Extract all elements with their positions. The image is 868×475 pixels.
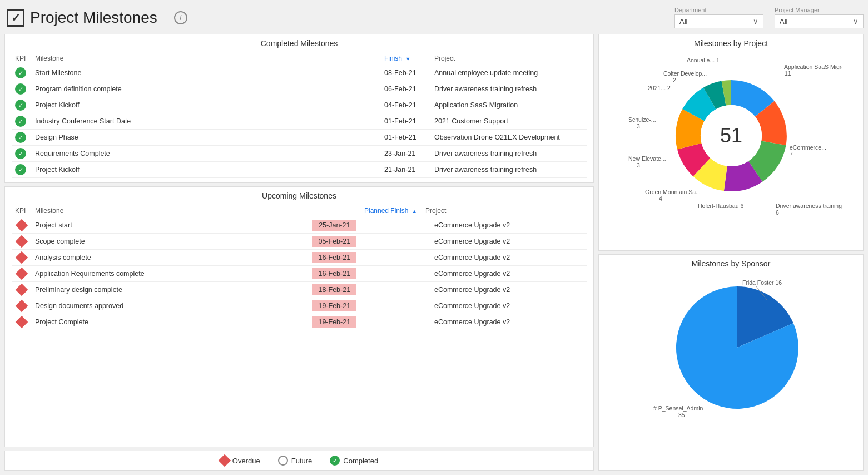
completed-milestone-cell: Project Kickoff: [32, 162, 381, 178]
completed-table-row: ✓ Program definition complete 06-Feb-21 …: [12, 81, 587, 97]
page-header: ✓ Project Milestones i Department All ∨ …: [4, 4, 864, 31]
upcoming-table-row: Project Complete 19-Feb-21 eCommerce Upg…: [12, 314, 587, 330]
completed-milestones-panel: Completed Milestones KPI Milestone Finis…: [4, 34, 594, 183]
upcoming-kpi-cell: [12, 298, 32, 314]
overdue-kpi-icon: [16, 300, 28, 313]
upcoming-col-header-planned-finish[interactable]: Planned Finish ▲: [361, 205, 422, 217]
label-ecommerce-val: 7: [790, 151, 793, 157]
upcoming-project-cell: eCommerce Upgrade v2: [431, 314, 587, 330]
upcoming-milestone-cell: Application Requirements complete: [32, 266, 309, 282]
label-app-saas-val: 11: [785, 70, 791, 77]
upcoming-project-cell: eCommerce Upgrade v2: [431, 298, 587, 314]
main-content: Completed Milestones KPI Milestone Finis…: [4, 34, 864, 471]
info-icon[interactable]: i: [174, 11, 187, 24]
left-column: Completed Milestones KPI Milestone Finis…: [4, 34, 594, 471]
overdue-date-badge: 05-Feb-21: [312, 236, 356, 247]
completed-milestone-cell: Design Phase: [32, 130, 381, 146]
upcoming-planned-finish-cell: 16-Feb-21: [309, 266, 431, 282]
completed-table-row: ✓ Design Phase 01-Feb-21 Observation Dro…: [12, 130, 587, 146]
upcoming-planned-finish-cell: 16-Feb-21: [309, 250, 431, 266]
upcoming-milestones-table: Project start 25-Jan-21 eCommerce Upgrad…: [12, 217, 587, 330]
project-manager-select[interactable]: All ∨: [775, 14, 864, 28]
overdue-date-badge: 18-Feb-21: [312, 284, 356, 295]
completed-table-row: ✓ Requirements Complete 23-Jan-21 Driver…: [12, 146, 587, 162]
page-title: Project Milestones: [30, 9, 157, 27]
upcoming-project-cell: eCommerce Upgrade v2: [431, 234, 587, 250]
legend-bar: Overdue Future ✓ Completed: [4, 451, 594, 471]
completed-kpi-cell: ✓: [12, 113, 32, 130]
upcoming-table-scroll[interactable]: Project start 25-Jan-21 eCommerce Upgrad…: [12, 217, 587, 330]
completed-table-row: ✓ Project Kickoff 04-Feb-21 Application …: [12, 97, 587, 113]
completed-kpi-cell: ✓: [12, 65, 32, 81]
overdue-date-badge: 19-Feb-21: [312, 316, 356, 328]
overdue-date-badge: 16-Feb-21: [312, 268, 356, 279]
upcoming-milestone-cell: Design documents approved: [32, 298, 309, 314]
label-colter-val: 2: [673, 77, 676, 83]
sort-arrow-icon: ▼: [405, 56, 410, 62]
future-legend-label: Future: [291, 457, 313, 465]
label-new-elevate-val: 3: [637, 162, 640, 169]
completed-kpi-cell: ✓: [12, 81, 32, 97]
upcoming-table-row: Application Requirements complete 16-Feb…: [12, 266, 587, 282]
completed-project-cell: Driver awareness training refresh: [431, 146, 587, 162]
header-title-area: ✓ Project Milestones i: [7, 9, 668, 27]
upcoming-planned-finish-cell: 18-Feb-21: [309, 282, 431, 298]
upcoming-milestone-cell: Preliminary design complete: [32, 282, 309, 298]
completed-milestone-cell: Requirements Complete: [32, 146, 381, 162]
future-legend-icon: [278, 456, 288, 466]
donut-chart-container: 51 Application SaaS Migration 11 eCommer…: [606, 52, 856, 230]
department-value: All: [679, 17, 687, 26]
completed-kpi-icon: ✓: [15, 132, 26, 143]
department-label: Department: [674, 7, 763, 13]
label-driver-val: 6: [776, 209, 779, 216]
milestones-by-project-panel: Milestones by Project: [598, 34, 864, 251]
upcoming-col-header-milestone: Milestone: [32, 205, 361, 217]
milestones-by-sponsor-title: Milestones by Sponsor: [606, 259, 856, 268]
pie-label-admin: # P_Sensei_Admin: [653, 405, 703, 412]
legend-future: Future: [278, 456, 313, 466]
department-chevron-icon: ∨: [753, 17, 758, 26]
filters-area: Department All ∨ Project Manager All ∨: [674, 7, 864, 28]
overdue-date-badge: 16-Feb-21: [312, 252, 356, 263]
upcoming-col-header-project: Project: [422, 205, 578, 217]
upcoming-table-row: Scope complete 05-Feb-21 eCommerce Upgra…: [12, 234, 587, 250]
completed-kpi-icon: ✓: [15, 67, 26, 78]
completed-table-row: ✓ Project Kickoff 21-Jan-21 Driver aware…: [12, 162, 587, 178]
completed-finish-cell: 01-Feb-21: [381, 113, 431, 130]
completed-milestone-cell: Start Milestone: [32, 65, 381, 81]
upcoming-table-body: Project start 25-Jan-21 eCommerce Upgrad…: [12, 217, 587, 330]
milestones-by-project-title: Milestones by Project: [606, 39, 856, 48]
upcoming-table-row: Project start 25-Jan-21 eCommerce Upgrad…: [12, 217, 587, 234]
completed-table-row: ✓ Industry Conference Start Date 01-Feb-…: [12, 113, 587, 130]
pie-label-admin-val: 35: [678, 412, 685, 417]
overdue-kpi-icon: [16, 316, 28, 329]
completed-finish-cell: 06-Feb-21: [381, 81, 431, 97]
pie-chart-container: Frida Foster 16 # P_Sensei_Admin 35: [606, 273, 856, 423]
overdue-legend-label: Overdue: [232, 457, 260, 465]
completed-kpi-icon: ✓: [15, 100, 26, 111]
upcoming-milestone-cell: Scope complete: [32, 234, 309, 250]
upcoming-project-cell: eCommerce Upgrade v2: [431, 266, 587, 282]
project-manager-value: All: [780, 17, 787, 26]
pie-label-frida: Frida Foster 16: [742, 279, 782, 286]
completed-project-cell: Driver awareness training refresh: [431, 81, 587, 97]
completed-finish-cell: 23-Jan-21: [381, 146, 431, 162]
upcoming-table-header-table: KPI Milestone Planned Finish ▲ Project: [12, 205, 587, 217]
overdue-kpi-icon: [16, 235, 28, 248]
completed-kpi-icon: ✓: [15, 116, 26, 127]
overdue-kpi-icon: [16, 219, 28, 232]
label-new-elevate: New Elevate...: [628, 155, 666, 162]
completed-milestone-cell: Program definition complete: [32, 81, 381, 97]
upcoming-planned-finish-cell: 05-Feb-21: [309, 234, 431, 250]
project-manager-filter-group: Project Manager All ∨: [775, 7, 864, 28]
pie-chart-svg: Frida Foster 16 # P_Sensei_Admin 35: [620, 273, 842, 417]
col-header-finish[interactable]: Finish ▼: [381, 52, 431, 65]
department-select[interactable]: All ∨: [674, 14, 763, 28]
completed-project-cell: Annual employee update meeting: [431, 65, 587, 81]
completed-table-body: ✓ Start Milestone 08-Feb-21 Annual emplo…: [12, 65, 587, 178]
upcoming-kpi-cell: [12, 314, 32, 330]
overdue-kpi-icon: [16, 251, 28, 264]
label-colter: Colter Develop...: [663, 70, 707, 77]
label-holert: Holert-Hausbau 6: [698, 202, 743, 209]
upcoming-milestones-title: Upcoming Milestones: [12, 191, 587, 200]
